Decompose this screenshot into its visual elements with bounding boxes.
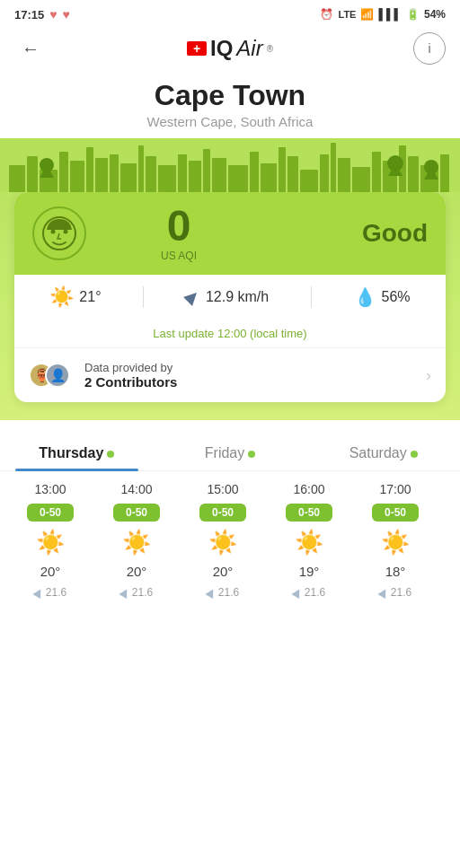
time-display: 17:15 — [14, 8, 44, 22]
wind-3: 21.6 — [293, 586, 325, 599]
humidity-value: 56% — [382, 289, 411, 305]
tab-thursday[interactable]: Thursday — [0, 434, 154, 470]
svg-rect-27 — [372, 152, 381, 192]
last-update-text: Last update 12:00 (local time) — [14, 320, 446, 347]
svg-rect-22 — [300, 170, 318, 192]
contributor-label: Data provided by — [84, 361, 415, 374]
sun-icon-2: ☀️ — [208, 529, 237, 557]
temp-0: 20° — [40, 564, 61, 579]
info-button[interactable]: i — [413, 32, 446, 65]
header: ← IQAir® i — [0, 25, 460, 75]
contributor-icon-2: 👤 — [45, 363, 70, 388]
aqi-badge-3: 0-50 — [286, 504, 332, 522]
svg-rect-17 — [228, 165, 248, 192]
city-region: Western Cape, South Africa — [14, 114, 446, 129]
hour-col-2: 15:00 0-50 ☀️ 20° 21.6 — [180, 482, 266, 599]
wind-speed-3: 21.6 — [305, 586, 325, 599]
aqi-number: 0 — [101, 205, 257, 248]
svg-rect-16 — [212, 158, 226, 192]
hour-time-3: 16:00 — [293, 482, 324, 496]
wind-arrow-0 — [32, 587, 44, 599]
divider-1 — [143, 286, 144, 308]
svg-rect-13 — [178, 154, 187, 192]
svg-rect-23 — [320, 154, 329, 192]
droplet-icon: 💧 — [354, 286, 376, 308]
forecast-section: Thursday Friday Saturday 13:00 0-50 ☀️ 2… — [0, 434, 460, 606]
wind-speed-1: 21.6 — [132, 586, 153, 599]
skyline-svg — [0, 138, 460, 192]
svg-rect-24 — [331, 143, 336, 192]
logo: IQAir® — [187, 36, 273, 61]
skyline-background: 0 US AQI Good ☀️ 21° 12.9 km/h 💧 56% Las… — [0, 138, 460, 420]
friday-dot — [248, 451, 255, 458]
tab-saturday[interactable]: Saturday — [306, 434, 460, 470]
wind-speed-2: 21.6 — [218, 586, 239, 599]
contributor-icons: 🏺 👤 — [29, 359, 74, 391]
svg-point-40 — [51, 230, 56, 234]
svg-point-36 — [40, 158, 54, 172]
aqi-badge-1: 0-50 — [113, 504, 160, 522]
svg-rect-25 — [338, 158, 350, 192]
aqi-status: Good — [271, 219, 428, 248]
aqi-badge-2: 0-50 — [199, 504, 246, 522]
battery-icon: 🔋 — [406, 8, 420, 21]
logo-air: Air — [236, 36, 262, 61]
svg-point-41 — [64, 230, 68, 234]
svg-point-38 — [424, 160, 438, 174]
hour-time-2: 15:00 — [207, 482, 238, 496]
hourly-forecast[interactable]: 13:00 0-50 ☀️ 20° 21.6 14:00 0-50 ☀️ 20°… — [0, 471, 460, 606]
wind-0: 21.6 — [34, 586, 66, 599]
lte-icon: LTE — [338, 9, 356, 20]
svg-rect-7 — [95, 158, 108, 192]
alarm-icon: ⏰ — [320, 8, 333, 21]
face-svg — [40, 214, 79, 253]
heart-icon-2: ♥ — [63, 7, 70, 22]
wind-direction-arrow — [183, 288, 201, 306]
svg-rect-19 — [261, 163, 277, 192]
aqi-unit: US AQI — [101, 250, 257, 262]
divider-2 — [311, 286, 312, 308]
svg-rect-32 — [440, 154, 449, 192]
temp-1: 20° — [127, 564, 147, 579]
hour-col-4: 17:00 0-50 ☀️ 18° 21.6 — [352, 482, 438, 599]
svg-rect-1 — [9, 165, 25, 192]
city-section: Cape Town Western Cape, South Africa — [0, 75, 460, 129]
wind-arrow-2 — [205, 587, 217, 599]
wind-arrow-1 — [119, 587, 130, 599]
temperature-item: ☀️ 21° — [49, 285, 101, 309]
svg-rect-9 — [120, 163, 137, 192]
temp-2: 20° — [213, 564, 234, 579]
face-icon — [32, 206, 86, 260]
svg-rect-26 — [352, 167, 370, 192]
temp-3: 19° — [299, 564, 320, 579]
logo-iq: IQ — [210, 36, 233, 61]
aqi-badge-0: 0-50 — [27, 504, 74, 522]
svg-rect-12 — [158, 165, 176, 192]
tab-friday[interactable]: Friday — [154, 434, 307, 470]
wind-speed-0: 21.6 — [46, 586, 66, 599]
wind-arrow-4 — [377, 587, 389, 599]
svg-rect-4 — [59, 152, 68, 192]
svg-rect-21 — [288, 156, 298, 192]
status-time: 17:15 ♥ ♥ — [14, 7, 70, 22]
wind-arrow-3 — [291, 587, 303, 599]
wind-item: 12.9 km/h — [186, 289, 269, 305]
sun-icon-3: ☀️ — [295, 529, 323, 557]
wind-4: 21.6 — [379, 586, 411, 599]
aqi-top-section: 0 US AQI Good — [14, 192, 446, 275]
saturday-dot — [411, 451, 418, 458]
tab-friday-label: Friday — [205, 445, 244, 460]
wind-2: 21.6 — [207, 586, 239, 599]
back-button[interactable]: ← — [14, 32, 47, 65]
contributors-row[interactable]: 🏺 👤 Data provided by 2 Contributors › — [14, 347, 446, 402]
aqi-card: 0 US AQI Good ☀️ 21° 12.9 km/h 💧 56% Las… — [14, 192, 446, 402]
svg-rect-5 — [70, 161, 84, 192]
svg-rect-18 — [250, 152, 259, 192]
svg-rect-10 — [138, 145, 144, 192]
tab-saturday-label: Saturday — [349, 445, 407, 460]
hour-time-4: 17:00 — [379, 482, 411, 496]
chevron-right-icon: › — [426, 366, 431, 385]
svg-rect-8 — [110, 154, 119, 192]
sun-icon-1: ☀️ — [122, 529, 151, 557]
wind-speed-4: 21.6 — [391, 586, 411, 599]
